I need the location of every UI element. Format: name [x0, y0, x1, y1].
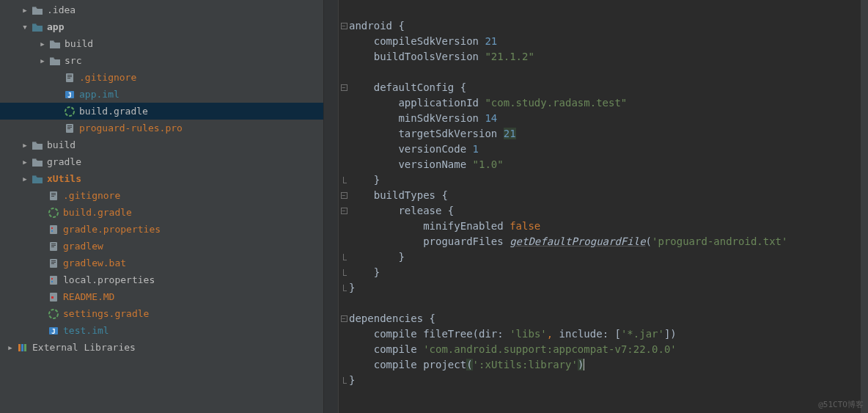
tree-item-xutils[interactable]: ▶xUtils: [0, 170, 323, 187]
svg-rect-29: [51, 281, 53, 282]
fold-column: −−−−−: [339, 0, 349, 413]
code-line[interactable]: compile 'com.android.support:appcompat-v…: [349, 342, 868, 357]
fold-marker[interactable]: [339, 265, 349, 280]
tree-item-gradlew-bat[interactable]: ▶gradlew.bat: [0, 255, 323, 271]
tree-item-gradlew[interactable]: ▶gradlew: [0, 238, 323, 255]
tree-item-local-properties[interactable]: ▶local.properties: [0, 271, 323, 288]
code-line[interactable]: minifyEnabled false: [349, 219, 868, 234]
svg-rect-28: [51, 278, 53, 279]
code-line[interactable]: }: [349, 265, 868, 280]
tree-item-app-iml[interactable]: ▶Japp.iml: [0, 86, 323, 103]
tree-item-build-gradle[interactable]: ▶build.gradle: [0, 204, 323, 221]
tree-item-test-iml[interactable]: ▶Jtest.iml: [0, 322, 323, 339]
fold-marker[interactable]: −: [339, 203, 349, 219]
svg-rect-36: [21, 344, 23, 351]
code-line[interactable]: }: [349, 172, 868, 188]
tree-item-label: gradle.properties: [63, 224, 161, 235]
chevron-right-icon[interactable]: ▶: [21, 175, 29, 183]
code-line[interactable]: [349, 296, 868, 311]
file-icon: [47, 190, 60, 202]
code-line[interactable]: }: [349, 249, 868, 265]
svg-rect-20: [51, 244, 56, 244]
tree-item-label: .gitignore: [79, 72, 136, 83]
tree-item--gitignore[interactable]: ▶.gitignore: [0, 187, 323, 204]
svg-point-6: [65, 107, 74, 116]
code-line[interactable]: dependencies {: [349, 311, 868, 326]
fold-marker[interactable]: [339, 373, 349, 388]
tree-item-label: local.properties: [63, 274, 155, 285]
code-line[interactable]: versionName "1.0": [349, 157, 868, 172]
code-line[interactable]: buildTypes {: [349, 188, 868, 203]
tree-item-proguard-rules-pro[interactable]: ▶proguard-rules.pro: [0, 120, 323, 136]
code-line[interactable]: defaultConfig {: [349, 80, 868, 95]
chevron-right-icon[interactable]: ▶: [21, 142, 29, 149]
tree-item-build[interactable]: ▶build: [0, 136, 323, 153]
tree-item-label: gradle: [47, 156, 81, 167]
code-line[interactable]: compileSdkVersion 21: [349, 34, 868, 49]
tree-item-src[interactable]: ▶src: [0, 52, 323, 69]
tree-item-gradle[interactable]: ▶gradle: [0, 153, 323, 170]
tree-item-label: build: [65, 38, 93, 49]
code-area[interactable]: android { compileSdkVersion 21 buildTool…: [349, 0, 868, 413]
svg-rect-14: [51, 196, 54, 197]
tree-item-readme-md[interactable]: ▶README.MD: [0, 288, 323, 305]
tree-item-label: test.iml: [63, 325, 109, 336]
fold-marker: [339, 3, 349, 18]
fold-marker: [339, 34, 349, 49]
code-line[interactable]: applicationId "com.study.radasm.test": [349, 95, 868, 111]
fold-marker[interactable]: [339, 280, 349, 296]
code-line[interactable]: compile fileTree(dir: 'libs', include: […: [349, 326, 868, 342]
prop-icon: [47, 224, 60, 235]
tree-item-build[interactable]: ▶build: [0, 35, 323, 52]
tree-item-external-libraries[interactable]: ▶External Libraries: [0, 339, 323, 356]
tree-item-label: settings.gradle: [63, 308, 149, 319]
chevron-right-icon[interactable]: ▶: [38, 40, 47, 48]
tree-item-label: gradlew.bat: [63, 257, 126, 268]
tree-item-label: .gitignore: [63, 190, 120, 201]
code-line[interactable]: [349, 3, 868, 18]
code-line[interactable]: release {: [349, 203, 868, 219]
tree-item-settings-gradle[interactable]: ▶settings.gradle: [0, 305, 323, 322]
tree-item-gradle-properties[interactable]: ▶gradle.properties: [0, 221, 323, 238]
tree-item-build-gradle[interactable]: ▶build.gradle: [0, 103, 323, 120]
svg-rect-24: [51, 260, 56, 261]
code-line[interactable]: buildToolsVersion "21.1.2": [349, 49, 868, 65]
svg-rect-13: [51, 194, 56, 195]
chevron-right-icon[interactable]: ▶: [38, 57, 47, 65]
chevron-right-icon[interactable]: ▶: [21, 7, 29, 14]
scrollbar-vertical[interactable]: [861, 0, 868, 413]
fold-marker[interactable]: [339, 172, 349, 188]
tree-item-label: build.gradle: [63, 207, 132, 218]
code-line[interactable]: }: [349, 280, 868, 296]
code-line[interactable]: android {: [349, 18, 868, 34]
fold-marker[interactable]: −: [339, 188, 349, 203]
chevron-right-icon[interactable]: ▶: [6, 344, 15, 351]
tree-item-label: src: [65, 55, 81, 66]
fold-marker[interactable]: −: [339, 80, 349, 95]
svg-rect-21: [51, 245, 56, 246]
svg-rect-35: [18, 344, 21, 351]
code-line[interactable]: minSdkVersion 14: [349, 111, 868, 126]
tree-item-app[interactable]: ▼app: [0, 18, 323, 35]
tree-item-label: app: [47, 21, 64, 32]
md-icon: [47, 291, 60, 303]
fold-marker: [339, 126, 349, 142]
code-line[interactable]: proguardFiles getDefaultProguardFile('pr…: [349, 234, 868, 249]
lib-icon: [16, 342, 29, 354]
fold-marker[interactable]: −: [339, 311, 349, 326]
tree-item--idea[interactable]: ▶.idea: [0, 1, 323, 18]
code-line[interactable]: versionCode 1: [349, 142, 868, 157]
chevron-right-icon[interactable]: ▶: [21, 158, 29, 166]
fold-marker[interactable]: −: [339, 18, 349, 34]
code-line[interactable]: [349, 65, 868, 80]
code-line[interactable]: targetSdkVersion 21: [349, 126, 868, 142]
tree-item-label: build.gradle: [79, 106, 148, 117]
svg-rect-22: [51, 246, 54, 247]
svg-rect-27: [50, 276, 57, 285]
tree-item--gitignore[interactable]: ▶.gitignore: [0, 69, 323, 86]
code-line[interactable]: compile project(':xUtils:library'): [349, 357, 868, 373]
chevron-down-icon[interactable]: ▼: [21, 23, 29, 31]
code-line[interactable]: }: [349, 373, 868, 388]
fold-marker[interactable]: [339, 249, 349, 265]
tree-item-label: build: [47, 139, 76, 150]
